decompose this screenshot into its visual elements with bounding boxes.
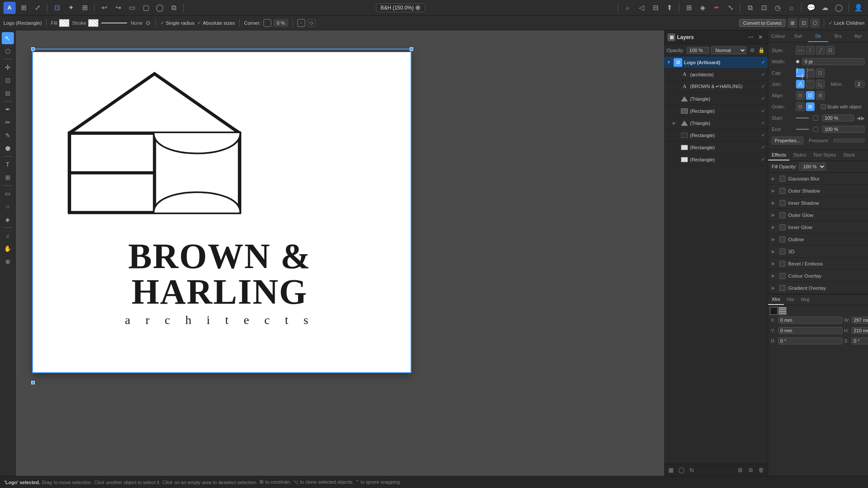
tab-nvg[interactable]: Nvg: [797, 295, 813, 305]
round-rect-tool[interactable]: ▢: [140, 2, 152, 14]
layer-item-4[interactable]: ▶ (Triangle) ✓: [664, 117, 768, 129]
effect-bevel-emboss[interactable]: ▶ Bevel / Emboss: [768, 258, 868, 270]
scale-with-object[interactable]: Scale with object: [821, 104, 861, 109]
share-btn[interactable]: ⤢: [31, 2, 43, 14]
layer-4-vis[interactable]: ✓: [760, 120, 766, 126]
copy-btn[interactable]: ⧉: [744, 2, 756, 14]
layer-4-expand[interactable]: ▶: [673, 121, 679, 125]
layer-item-0[interactable]: A (architects) ✓: [664, 69, 768, 81]
expand-btn[interactable]: ⤡: [724, 2, 736, 14]
ellipse-shape-tool[interactable]: ○: [2, 200, 14, 213]
canvas[interactable]: BROWN & HARLING a r c h i t e c t s: [16, 30, 664, 476]
corner-style2-btn[interactable]: ◇: [308, 19, 316, 27]
opacity-input[interactable]: [687, 47, 709, 54]
effect-be-checkbox[interactable]: [779, 261, 786, 267]
tab-text-styles[interactable]: Text Styles: [809, 150, 839, 160]
paste-btn[interactable]: ⊡: [758, 2, 770, 14]
order-below-btn[interactable]: ⊟: [796, 102, 805, 111]
effect-ig-checkbox[interactable]: [779, 224, 786, 230]
layers-collapse-btn[interactable]: ✕: [756, 33, 764, 41]
stroke-width[interactable]: None: [101, 20, 143, 26]
effect-gb-expand[interactable]: ▶: [772, 176, 777, 181]
swatch-transparent[interactable]: [779, 307, 786, 315]
style-icon-3[interactable]: ╱: [816, 46, 825, 55]
cap-square-btn[interactable]: ⊡: [816, 69, 825, 77]
flip-v-btn[interactable]: ◁: [635, 2, 648, 14]
align-distribute-btn[interactable]: ⊞: [788, 19, 797, 27]
app-icon[interactable]: A: [3, 2, 16, 14]
rect-tool[interactable]: ▭: [126, 2, 138, 14]
account-btn[interactable]: 👤: [852, 2, 865, 14]
handle-bl[interactable]: [31, 381, 35, 384]
tab-stock[interactable]: Stock: [840, 150, 859, 160]
width-value[interactable]: 0 pt: [802, 58, 865, 65]
vector-btn[interactable]: ✦: [65, 2, 77, 14]
w-input[interactable]: [852, 317, 868, 324]
fill-opacity-select[interactable]: 100 %: [799, 163, 826, 170]
pressure-bar[interactable]: [833, 139, 865, 142]
layer-item-artboard[interactable]: ▼ ⊡ Logo (Artboard) ✓: [664, 56, 768, 69]
effect-go-checkbox[interactable]: [779, 285, 786, 291]
align-outside-btn[interactable]: ⊞: [816, 91, 825, 100]
pen-tool[interactable]: ✒: [2, 103, 14, 115]
layer-dup-btn[interactable]: ⧉: [746, 466, 755, 475]
effect-co-expand[interactable]: ▶: [772, 273, 777, 278]
effect-is-checkbox[interactable]: [779, 200, 786, 206]
artboard-btn[interactable]: ⊡: [51, 2, 63, 14]
order-above-btn[interactable]: ⊞: [806, 102, 815, 111]
effect-os-expand[interactable]: ▶: [772, 188, 777, 193]
h-input[interactable]: [852, 327, 868, 334]
effect-co-checkbox[interactable]: [779, 273, 786, 279]
end-value[interactable]: 100 %: [822, 126, 865, 133]
node-tool[interactable]: ⬡: [2, 45, 14, 57]
tab-str[interactable]: Str: [808, 30, 828, 42]
geometry-btn[interactable]: ⊡: [799, 19, 808, 27]
chat-btn[interactable]: 💬: [805, 2, 817, 14]
layer-lock-btn[interactable]: 🔒: [757, 46, 765, 54]
cap-round-btn[interactable]: )—(: [806, 69, 815, 77]
layer-3-vis[interactable]: ✓: [760, 108, 766, 114]
grid2-btn[interactable]: ⊞: [683, 2, 695, 14]
layer-item-6[interactable]: (Rectangle) ✓: [664, 141, 768, 154]
eyedropper-tool[interactable]: ⊕: [2, 255, 14, 268]
layer-item-7[interactable]: (Rectangle) ✓: [664, 154, 768, 166]
tab-xfm[interactable]: Xfm: [768, 295, 784, 305]
s-input[interactable]: [852, 337, 868, 344]
start-left-btn[interactable]: ◀: [857, 115, 860, 121]
stroke-settings-btn[interactable]: ⚙: [145, 20, 151, 26]
effect-go-expand[interactable]: ▶: [772, 285, 777, 290]
effect-3d-expand[interactable]: ▶: [772, 249, 777, 254]
fill-tool[interactable]: ⬟: [2, 142, 14, 154]
layer-5-vis[interactable]: ✓: [760, 132, 766, 138]
layer-fx-btn[interactable]: fx: [687, 466, 696, 475]
lock-children-check[interactable]: ✓ Lock Children: [829, 20, 865, 26]
rect-shape-tool[interactable]: ▭: [2, 187, 14, 200]
style-icon-4[interactable]: ⊟: [826, 46, 835, 55]
zoom-tool[interactable]: ⌕: [2, 229, 14, 242]
transform-btn[interactable]: ⬡: [811, 19, 819, 27]
flip-h-btn[interactable]: ⬦: [621, 2, 634, 14]
grid-btn[interactable]: ⊞: [79, 2, 91, 14]
document-title[interactable]: B&H (150.0%) ✕: [376, 3, 426, 12]
brush-tool[interactable]: ✏: [2, 116, 14, 128]
place-btn[interactable]: ⧉: [168, 2, 180, 14]
start-dropdown[interactable]: [813, 115, 818, 121]
browser-btn[interactable]: ◯: [833, 2, 845, 14]
effect-inner-shadow[interactable]: ▶ Inner Shadow: [768, 197, 868, 209]
fill-item[interactable]: Fill: [51, 19, 69, 27]
join-bevel-btn[interactable]: ◺: [816, 80, 825, 88]
effect-os-checkbox[interactable]: [779, 188, 786, 194]
swatch-black[interactable]: [770, 307, 778, 315]
effect-gaussian-blur[interactable]: ▶ Gaussian Blur: [768, 173, 868, 185]
align-center-btn[interactable]: ⊡: [806, 91, 815, 100]
artboard-vis[interactable]: ✓: [760, 59, 766, 65]
layers-options-btn[interactable]: ⋯: [747, 33, 755, 41]
y-input[interactable]: [778, 327, 842, 334]
effect-outer-glow[interactable]: ▶ Outer Glow: [768, 209, 868, 221]
artboard-expand[interactable]: ▼: [666, 60, 672, 65]
zoom-btn[interactable]: ⌕: [786, 2, 798, 14]
effect-outline[interactable]: ▶ Outline: [768, 233, 868, 246]
undo-btn[interactable]: ↩: [98, 2, 110, 14]
style-icon-1[interactable]: —: [796, 46, 805, 55]
text-tool[interactable]: T: [2, 158, 14, 170]
